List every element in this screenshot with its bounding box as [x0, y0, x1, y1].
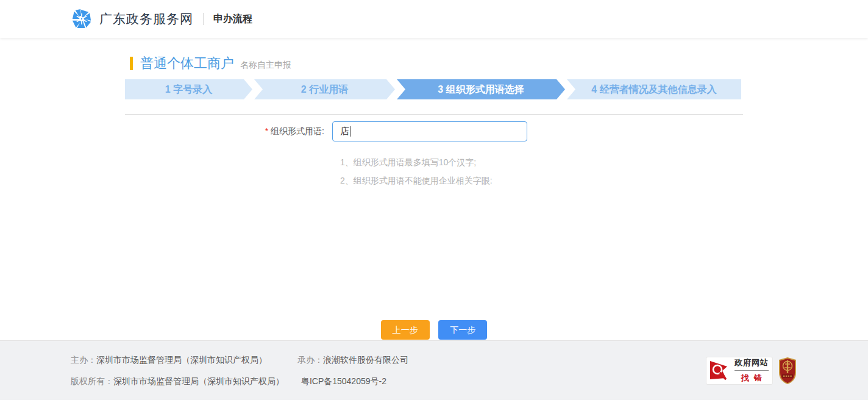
button-row: 上一步 下一步	[125, 320, 743, 340]
footer-line-1: 主办：深圳市市场监督管理局（深圳市知识产权局） 承办：浪潮软件股份有限公司	[71, 354, 408, 366]
footer: 主办：深圳市市场监督管理局（深圳市知识产权局） 承办：浪潮软件股份有限公司 版权…	[0, 340, 868, 400]
page-title-row: 普通个体工商户 名称自主申报	[125, 54, 743, 73]
field-label-text: 组织形式用语:	[271, 126, 324, 136]
field-label: *组织形式用语:	[125, 121, 332, 141]
find-error-line2: 找错	[735, 371, 769, 384]
footer-line-2: 版权所有：深圳市市场监督管理局（深圳市知识产权局） 粤ICP备15042059号…	[71, 375, 408, 387]
icp-number: 粤ICP备15042059号-2	[301, 376, 386, 386]
hint-line-2: 2、组织形式用语不能使用企业相关字眼:	[340, 171, 743, 190]
footer-text: 主办：深圳市市场监督管理局（深圳市知识产权局） 承办：浪潮软件股份有限公司 版权…	[71, 354, 408, 387]
pinwheel-logo-icon	[71, 9, 92, 29]
input-wrapper	[332, 121, 527, 141]
hint-line-1: 1、组织形式用语最多填写10个汉字;	[340, 153, 743, 171]
step-2-industry-term: 2 行业用语	[254, 79, 395, 99]
hint-list: 1、组织形式用语最多填写10个汉字; 2、组织形式用语不能使用企业相关字眼:	[340, 153, 743, 190]
undertaker-label: 承办：	[297, 355, 323, 365]
header: 广东政务服务网 申办流程	[0, 0, 868, 38]
find-error-text: 政府网站 找错	[735, 357, 769, 384]
previous-step-button[interactable]: 上一步	[381, 320, 430, 340]
step-4-operator-info: 4 经营者情况及其他信息录入	[567, 79, 741, 99]
main-content: 普通个体工商户 名称自主申报 1 字号录入 2 行业用语 3 组织形式用语选择 …	[125, 38, 743, 340]
next-step-button[interactable]: 下一步	[438, 320, 487, 340]
find-error-line1: 政府网站	[735, 357, 769, 371]
required-asterisk: *	[265, 126, 268, 136]
undertaker-value: 浪潮软件股份有限公司	[323, 355, 408, 365]
brand-name[interactable]: 广东政务服务网	[99, 10, 193, 27]
text-caret	[350, 126, 351, 137]
step-progress-bar: 1 字号录入 2 行业用语 3 组织形式用语选择 4 经营者情况及其他信息录入	[125, 79, 743, 99]
gov-security-shield-badge-icon[interactable]	[778, 357, 797, 385]
find-error-magnifier-icon	[708, 359, 732, 383]
page-title: 普通个体工商户	[140, 54, 234, 73]
title-accent-bar	[130, 57, 133, 70]
organization-term-input[interactable]	[332, 121, 527, 141]
footer-badges: 政府网站 找错	[706, 357, 797, 385]
step-3-organization-form: 3 组织形式用语选择	[397, 79, 565, 99]
site-brand[interactable]: 广东政务服务网	[71, 9, 193, 29]
copyright-label: 版权所有：	[71, 376, 113, 386]
sponsor-label: 主办：	[71, 355, 96, 365]
header-divider	[203, 13, 204, 25]
section-divider	[125, 114, 743, 115]
sponsor-value: 深圳市市场监督管理局（深圳市知识产权局）	[96, 355, 267, 365]
copyright-value: 深圳市市场监督管理局（深圳市知识产权局）	[113, 376, 284, 386]
gov-site-find-error-badge[interactable]: 政府网站 找错	[706, 357, 773, 385]
page-subtitle: 名称自主申报	[240, 56, 291, 71]
nav-title: 申办流程	[213, 13, 252, 26]
organization-form-row: *组织形式用语:	[125, 121, 743, 141]
step-1-name-entry: 1 字号录入	[125, 79, 252, 99]
